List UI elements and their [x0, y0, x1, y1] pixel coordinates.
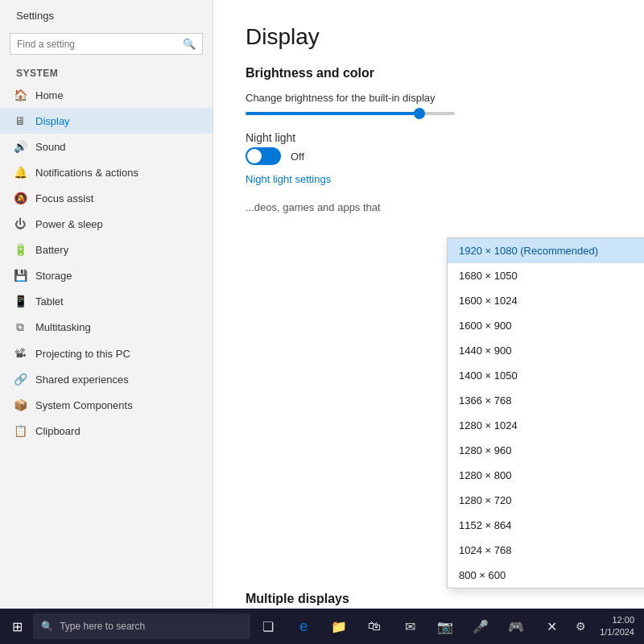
power-icon: ⏻ [13, 217, 27, 230]
sidebar-search-box[interactable]: 🔍 [10, 33, 203, 55]
sidebar-item-power-sleep[interactable]: ⏻ Power & sleep [0, 211, 213, 237]
search-icon: 🔍 [183, 38, 196, 50]
taskbar-gamepad-button[interactable]: 🎮 [500, 610, 532, 642]
sidebar-item-notifications[interactable]: 🔔 Notifications & actions [0, 159, 213, 185]
toggle-thumb [247, 149, 262, 163]
sidebar-item-tablet[interactable]: 📱 Tablet [0, 288, 213, 314]
brightness-slider[interactable] [246, 112, 455, 115]
dropdown-item-5[interactable]: 1400 × 1050 [448, 363, 644, 388]
sidebar-item-notifications-label: Notifications & actions [35, 167, 138, 179]
dropdown-item-6[interactable]: 1366 × 768 [448, 388, 644, 413]
mic-icon: 🎤 [473, 619, 489, 634]
sidebar-header: Settings [0, 0, 213, 28]
sidebar-item-projecting[interactable]: 📽 Projecting to this PC [0, 341, 213, 366]
night-light-row: Off [246, 147, 612, 165]
taskbar-close-button[interactable]: ✕ [535, 610, 568, 642]
dropdown-item-2[interactable]: 1600 × 1024 [448, 288, 644, 313]
sidebar-item-storage-label: Storage [35, 270, 72, 282]
sidebar-item-battery[interactable]: 🔋 Battery [0, 237, 213, 262]
explorer-icon: 📁 [331, 619, 347, 634]
sidebar: Settings 🔍 System 🏠 Home 🖥 Display 🔊 Sou… [0, 0, 213, 609]
storage-icon: 💾 [13, 269, 27, 282]
taskbar-time-text: 12:00 [600, 614, 634, 626]
dropdown-item-12[interactable]: 1024 × 768 [448, 538, 644, 563]
sidebar-item-home[interactable]: 🏠 Home [0, 82, 213, 108]
resolution-dropdown[interactable]: 1920 × 1080 (Recommended) 1680 × 1050 16… [447, 237, 644, 588]
sidebar-item-home-label: Home [35, 89, 64, 101]
content-area: Display Brightness and color Change brig… [213, 0, 644, 609]
edge-icon: e [299, 618, 308, 635]
taskbar-mail-button[interactable]: ✉ [394, 610, 426, 642]
start-button[interactable]: ⊞ [3, 609, 31, 644]
sidebar-search-input[interactable] [17, 39, 183, 50]
sidebar-item-clipboard-label: Clipboard [35, 425, 80, 437]
dropdown-item-8[interactable]: 1280 × 960 [448, 438, 644, 463]
night-light-state: Off [291, 151, 304, 163]
sidebar-item-multitasking[interactable]: ⧉ Multitasking [0, 314, 213, 341]
dropdown-item-13[interactable]: 800 × 600 [448, 563, 644, 588]
brightness-slider-container[interactable] [246, 112, 612, 115]
mail-icon: ✉ [405, 619, 415, 634]
clipboard-icon: 📋 [13, 424, 27, 437]
sidebar-item-display[interactable]: 🖥 Display [0, 108, 213, 134]
page-title: Display [246, 24, 612, 50]
taskbar-camera-button[interactable]: 📷 [429, 610, 461, 642]
dropdown-item-4[interactable]: 1440 × 900 [448, 338, 644, 363]
sidebar-item-shared[interactable]: 🔗 Shared experiences [0, 366, 213, 392]
battery-icon: 🔋 [13, 243, 27, 256]
brightness-section-title: Brightness and color [246, 66, 612, 80]
sidebar-item-system-components[interactable]: 📦 System Components [0, 392, 213, 418]
taskbar-tray: ⚙ 12:00 1/1/2024 [569, 610, 641, 642]
system-components-icon: 📦 [13, 398, 27, 411]
tray-gear-icon[interactable]: ⚙ [569, 610, 592, 642]
dropdown-item-11[interactable]: 1152 × 864 [448, 513, 644, 538]
night-light-toggle[interactable] [246, 147, 281, 165]
focus-icon: 🔕 [13, 192, 27, 204]
sidebar-item-projecting-label: Projecting to this PC [35, 348, 130, 360]
resolution-context-text: ...deos, games and apps that [246, 201, 551, 213]
start-icon: ⊞ [12, 619, 23, 634]
gear-icon: ⚙ [576, 620, 586, 633]
home-icon: 🏠 [13, 89, 27, 101]
taskbar-search-box[interactable]: 🔍 Type here to search [33, 613, 250, 639]
brightness-thumb[interactable] [414, 108, 425, 119]
night-light-label: Night light [246, 131, 612, 144]
brightness-label: Change brightness for the built-in displ… [246, 92, 612, 104]
sidebar-item-power-label: Power & sleep [35, 218, 103, 230]
multiple-displays-label: Multiple displays [246, 592, 612, 606]
main-area: Settings 🔍 System 🏠 Home 🖥 Display 🔊 Sou… [0, 0, 644, 609]
projecting-icon: 📽 [13, 347, 27, 360]
tablet-icon: 📱 [13, 295, 27, 308]
dropdown-item-3[interactable]: 1600 × 900 [448, 313, 644, 338]
sidebar-item-clipboard[interactable]: 📋 Clipboard [0, 418, 213, 444]
sidebar-item-multitasking-label: Multitasking [35, 321, 91, 333]
dropdown-item-0[interactable]: 1920 × 1080 (Recommended) [448, 238, 644, 263]
close-icon: ✕ [547, 619, 557, 634]
taskbar-edge-button[interactable]: e [287, 610, 320, 642]
sidebar-item-sound-label: Sound [35, 141, 66, 153]
sidebar-item-sound[interactable]: 🔊 Sound [0, 134, 213, 159]
taskbar-store-button[interactable]: 🛍 [358, 610, 390, 642]
taskbar-task-view[interactable]: ❏ [252, 610, 284, 642]
sound-icon: 🔊 [13, 140, 27, 153]
taskbar-explorer-button[interactable]: 📁 [323, 610, 355, 642]
sidebar-item-display-label: Display [35, 115, 70, 127]
sidebar-item-battery-label: Battery [35, 244, 68, 256]
sidebar-item-tablet-label: Tablet [35, 295, 64, 308]
taskbar-search-text: Type here to search [60, 621, 145, 632]
taskbar-mic-button[interactable]: 🎤 [464, 610, 497, 642]
taskbar: ⊞ 🔍 Type here to search ❏ e 📁 🛍 ✉ 📷 🎤 🎮 [0, 609, 644, 644]
notifications-icon: 🔔 [13, 166, 27, 179]
sidebar-item-focus-assist[interactable]: 🔕 Focus assist [0, 185, 213, 211]
sidebar-item-system-components-label: System Components [35, 399, 133, 411]
night-light-settings-link[interactable]: Night light settings [246, 173, 612, 185]
dropdown-item-10[interactable]: 1280 × 720 [448, 488, 644, 513]
multitasking-icon: ⧉ [13, 320, 27, 334]
dropdown-item-7[interactable]: 1280 × 1024 [448, 413, 644, 438]
taskbar-middle: ❏ e 📁 🛍 ✉ 📷 🎤 🎮 ✕ [252, 610, 568, 642]
dropdown-item-9[interactable]: 1280 × 800 [448, 463, 644, 488]
shared-icon: 🔗 [13, 373, 27, 386]
camera-icon: 📷 [437, 619, 453, 634]
dropdown-item-1[interactable]: 1680 × 1050 [448, 263, 644, 288]
sidebar-item-storage[interactable]: 💾 Storage [0, 262, 213, 288]
